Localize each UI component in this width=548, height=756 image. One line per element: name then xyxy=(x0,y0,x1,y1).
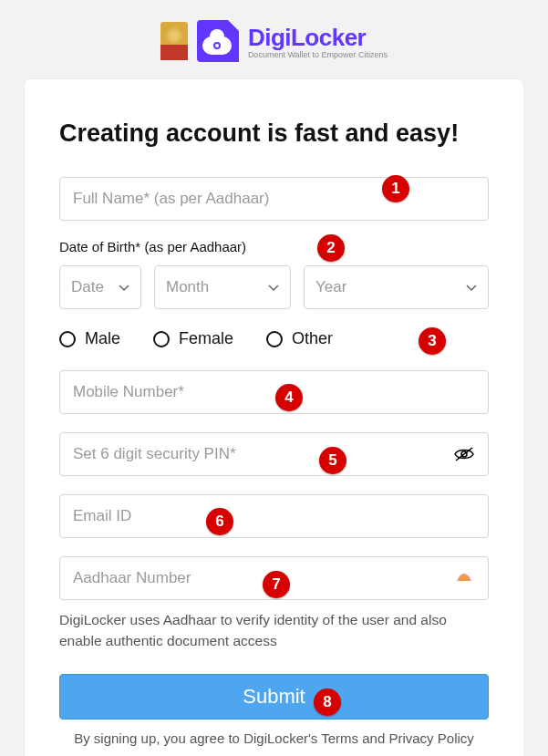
gender-female-label: Female xyxy=(179,329,233,348)
brand-title: DigiLocker xyxy=(248,24,388,52)
digilocker-logo-icon xyxy=(197,20,239,62)
aadhaar-help-text: DigiLocker uses Aadhaar to verify identi… xyxy=(59,609,489,652)
mobile-number-input[interactable] xyxy=(73,383,475,401)
national-emblem-icon xyxy=(160,22,188,60)
brand-tagline: Document Wallet to Empower Citizens xyxy=(248,50,388,59)
email-field[interactable] xyxy=(59,494,489,538)
dob-row: Date Month Year xyxy=(59,265,489,309)
security-pin-input[interactable] xyxy=(73,445,475,463)
full-name-field[interactable] xyxy=(59,177,489,221)
eye-off-icon[interactable] xyxy=(453,447,475,461)
chevron-down-icon xyxy=(268,282,279,293)
annotation-badge-2: 2 xyxy=(317,234,345,262)
dob-date-select[interactable]: Date xyxy=(59,265,141,309)
annotation-badge-7: 7 xyxy=(263,571,290,598)
dob-month-select[interactable]: Month xyxy=(154,265,291,309)
submit-button[interactable]: Submit xyxy=(59,674,489,720)
annotation-badge-1: 1 xyxy=(382,175,409,202)
gender-other-label: Other xyxy=(292,329,333,348)
annotation-badge-5: 5 xyxy=(319,447,346,474)
brand-text: DigiLocker Document Wallet to Empower Ci… xyxy=(248,24,388,59)
page-title: Creating account is fast and easy! xyxy=(59,119,489,148)
chevron-down-icon xyxy=(119,282,129,293)
gender-female-radio[interactable]: Female xyxy=(153,329,233,348)
annotation-badge-6: 6 xyxy=(206,508,233,535)
dob-month-value: Month xyxy=(166,278,209,296)
header-logo: DigiLocker Document Wallet to Empower Ci… xyxy=(0,0,548,78)
email-input[interactable] xyxy=(73,507,475,525)
gender-male-radio[interactable]: Male xyxy=(59,329,120,348)
signup-card: Creating account is fast and easy! 1 Dat… xyxy=(24,78,524,756)
terms-text: By signing up, you agree to DigiLocker's… xyxy=(59,730,489,746)
chevron-down-icon xyxy=(466,282,477,293)
dob-date-value: Date xyxy=(71,278,104,296)
security-pin-field[interactable] xyxy=(59,432,489,476)
dob-year-select[interactable]: Year xyxy=(304,265,489,309)
radio-icon xyxy=(59,331,76,347)
gender-male-label: Male xyxy=(85,329,120,348)
radio-icon xyxy=(266,331,283,347)
radio-icon xyxy=(153,331,170,347)
aadhaar-icon xyxy=(453,572,475,585)
annotation-badge-4: 4 xyxy=(275,384,303,411)
annotation-badge-8: 8 xyxy=(314,689,341,716)
gender-other-radio[interactable]: Other xyxy=(266,329,333,348)
mobile-number-field[interactable] xyxy=(59,370,489,414)
dob-label: Date of Birth* (as per Aadhaar) xyxy=(59,239,489,254)
full-name-input[interactable] xyxy=(73,190,475,208)
submit-button-label: Submit xyxy=(243,685,305,709)
annotation-badge-3: 3 xyxy=(419,327,446,355)
dob-year-value: Year xyxy=(315,278,346,296)
